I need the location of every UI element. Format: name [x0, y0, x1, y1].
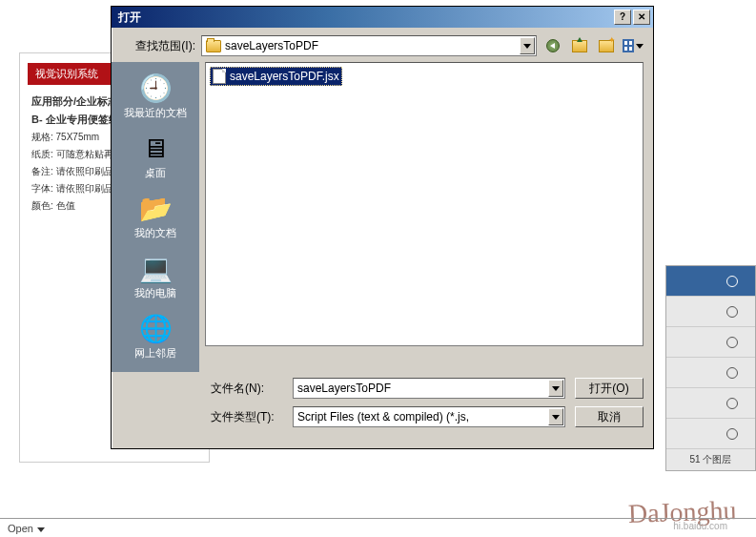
sidebar-item-label: 我的电脑: [115, 286, 195, 300]
layer-visibility-icon[interactable]: [726, 306, 738, 318]
view-menu-button[interactable]: [623, 35, 644, 56]
chevron-down-icon: [523, 44, 531, 49]
file-name: saveLayersToPDF.jsx: [230, 70, 339, 83]
chevron-down-icon: [552, 415, 560, 420]
sidebar-item-label: 网上邻居: [115, 346, 195, 361]
file-list[interactable]: saveLayersToPDF.jsx: [205, 62, 644, 346]
filename-label: 文件名(N):: [211, 381, 283, 397]
combo-dropdown-button[interactable]: [548, 408, 563, 425]
filetype-combo[interactable]: Script Files (text & compiled) (*.js,: [293, 406, 565, 427]
layer-row[interactable]: [666, 327, 755, 358]
filename-value: saveLayersToPDF: [297, 382, 391, 395]
new-folder-button[interactable]: [596, 35, 617, 56]
layer-visibility-icon[interactable]: [726, 367, 738, 379]
layer-row[interactable]: [666, 419, 755, 449]
layer-row[interactable]: [666, 297, 755, 327]
dialog-title: 打开: [114, 10, 612, 26]
open-button[interactable]: 打开(O): [575, 378, 644, 399]
file-item-selected[interactable]: saveLayersToPDF.jsx: [210, 67, 342, 86]
filetype-label: 文件类型(T):: [211, 409, 283, 425]
layer-visibility-icon[interactable]: [726, 398, 738, 409]
chevron-down-icon: [636, 44, 644, 49]
open-dialog: 打开 ? ✕ 查找范围(I): saveLayersToPDF 🕘 我最近的文档…: [111, 6, 654, 449]
back-button[interactable]: [542, 35, 563, 56]
help-button[interactable]: ?: [614, 10, 631, 25]
layer-visibility-icon[interactable]: [726, 428, 738, 440]
lookin-value: saveLayersToPDF: [225, 39, 318, 52]
sidebar-item-recent[interactable]: 🕘 我最近的文档: [115, 68, 195, 126]
up-button[interactable]: [569, 35, 590, 56]
layers-panel: 51 个图层: [665, 265, 756, 471]
network-places-icon: 🌐: [139, 312, 172, 344]
close-button[interactable]: ✕: [633, 10, 650, 25]
places-sidebar: 🕘 我最近的文档 🖥 桌面 📂 我的文档 💻 我的电脑 🌐 网上邻居: [112, 62, 199, 372]
sidebar-item-mydocs[interactable]: 📂 我的文档: [115, 188, 195, 246]
folder-up-icon: [572, 40, 587, 52]
layer-row[interactable]: [666, 388, 755, 419]
sidebar-item-label: 我的文档: [115, 226, 195, 240]
lookin-label: 查找范围(I):: [121, 38, 195, 54]
combo-dropdown-button[interactable]: [520, 37, 535, 54]
new-folder-icon: [599, 40, 614, 52]
layer-visibility-icon[interactable]: [726, 337, 738, 348]
sidebar-item-label: 我最近的文档: [115, 106, 195, 120]
layer-row[interactable]: [666, 358, 755, 388]
sidebar-item-network[interactable]: 🌐 网上邻居: [115, 308, 195, 366]
chevron-down-icon: [37, 527, 45, 532]
filetype-value: Script Files (text & compiled) (*.js,: [297, 410, 469, 423]
layer-count: 51 个图层: [666, 449, 755, 470]
file-icon: [213, 69, 226, 84]
combo-dropdown-button[interactable]: [548, 380, 563, 397]
cancel-button[interactable]: 取消: [575, 406, 644, 427]
desktop-icon: 🖥: [139, 132, 172, 164]
chevron-down-icon: [552, 386, 560, 391]
folder-icon: [206, 40, 221, 52]
back-icon: [546, 39, 560, 52]
recent-docs-icon: 🕘: [139, 72, 172, 104]
my-documents-icon: 📂: [139, 192, 172, 224]
layer-row[interactable]: [666, 266, 755, 297]
filename-input[interactable]: saveLayersToPDF: [293, 378, 565, 399]
sidebar-item-label: 桌面: [115, 166, 195, 180]
layer-visibility-icon[interactable]: [726, 276, 738, 287]
app-footer: Open: [0, 518, 756, 537]
my-computer-icon: 💻: [139, 252, 172, 284]
sidebar-item-mycomputer[interactable]: 💻 我的电脑: [115, 248, 195, 306]
footer-open-menu[interactable]: Open: [8, 523, 45, 534]
lookin-combo[interactable]: saveLayersToPDF: [201, 35, 537, 56]
titlebar[interactable]: 打开 ? ✕: [112, 7, 653, 28]
sidebar-item-desktop[interactable]: 🖥 桌面: [115, 128, 195, 186]
view-icon: [623, 39, 634, 52]
